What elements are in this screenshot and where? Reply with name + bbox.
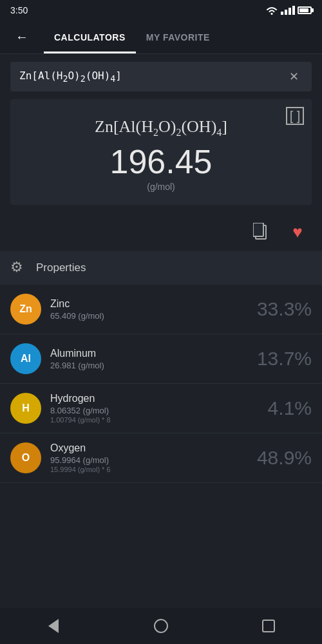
element-sub: 15.9994 (g/mol) * 6 bbox=[50, 466, 257, 473]
formula-unit: (g/mol) bbox=[21, 182, 301, 192]
element-mass: 95.9964 (g/mol) bbox=[50, 455, 257, 465]
search-clear-button[interactable]: ✕ bbox=[285, 68, 303, 85]
element-mass: 65.409 (g/mol) bbox=[50, 311, 257, 321]
element-info: Oxygen 95.9964 (g/mol) 15.9994 (g/mol) *… bbox=[41, 442, 257, 473]
back-button[interactable]: ← bbox=[10, 24, 33, 50]
element-badge: H bbox=[10, 393, 41, 424]
battery-icon bbox=[298, 6, 312, 14]
nav-tabs: CALCULATORS MY FAVORITE bbox=[44, 21, 312, 53]
expand-button[interactable]: [ ] bbox=[286, 107, 304, 125]
action-buttons: ♥ bbox=[0, 213, 322, 251]
formula-card: [ ] Zn[Al(H2O)2(OH)4] 196.45 (g/mol) bbox=[10, 99, 312, 205]
formula-text: Zn[Al(H2O)2(OH)4] bbox=[21, 117, 301, 138]
element-sub: 1.00794 (g/mol) * 8 bbox=[50, 416, 268, 424]
favorite-button[interactable]: ♥ bbox=[283, 218, 312, 246]
element-percent: 33.3% bbox=[257, 298, 312, 320]
element-row[interactable]: Al Aluminum 26.981 (g/mol) 13.7% bbox=[0, 334, 322, 384]
elements-list: Zn Zinc 65.409 (g/mol) 33.3% Al Aluminum… bbox=[0, 285, 322, 483]
element-info: Hydrogen 8.06352 (g/mol) 1.00794 (g/mol)… bbox=[41, 393, 268, 424]
svg-point-0 bbox=[271, 13, 273, 15]
status-bar: 3:50 bbox=[0, 0, 322, 21]
nav-recent-button[interactable] bbox=[249, 613, 288, 639]
element-name: Hydrogen bbox=[50, 393, 268, 404]
status-icons bbox=[265, 6, 312, 15]
tab-my-favorite[interactable]: MY FAVORITE bbox=[136, 21, 220, 53]
properties-header: ⚙ Properties bbox=[0, 251, 322, 285]
copy-icon bbox=[253, 223, 270, 241]
element-badge: O bbox=[10, 442, 41, 473]
recent-square-icon bbox=[262, 620, 275, 632]
element-badge: Al bbox=[10, 343, 41, 374]
bottom-nav bbox=[0, 608, 322, 644]
element-mass: 8.06352 (g/mol) bbox=[50, 406, 268, 415]
signal-icon bbox=[281, 6, 295, 15]
tab-calculators[interactable]: CALCULATORS bbox=[44, 21, 136, 53]
element-name: Zinc bbox=[50, 298, 257, 310]
formula-weight: 196.45 bbox=[21, 144, 301, 180]
element-info: Aluminum 26.981 (g/mol) bbox=[41, 348, 257, 370]
gear-icon: ⚙ bbox=[10, 259, 28, 277]
element-row[interactable]: O Oxygen 95.9964 (g/mol) 15.9994 (g/mol)… bbox=[0, 433, 322, 483]
search-input-value: Zn[Al(H2O)2(OH)4] bbox=[19, 70, 285, 84]
element-name: Aluminum bbox=[50, 348, 257, 359]
nav-home-button[interactable] bbox=[142, 613, 180, 639]
search-bar[interactable]: Zn[Al(H2O)2(OH)4] ✕ bbox=[10, 62, 312, 91]
element-mass: 26.981 (g/mol) bbox=[50, 361, 257, 370]
element-percent: 13.7% bbox=[257, 348, 312, 370]
element-name: Oxygen bbox=[50, 442, 257, 454]
home-circle-icon bbox=[154, 619, 168, 633]
top-nav: ← CALCULATORS MY FAVORITE bbox=[0, 21, 322, 54]
nav-back-button[interactable] bbox=[34, 613, 73, 639]
element-badge: Zn bbox=[10, 294, 41, 325]
element-row[interactable]: H Hydrogen 8.06352 (g/mol) 1.00794 (g/mo… bbox=[0, 384, 322, 433]
element-percent: 48.9% bbox=[257, 447, 312, 469]
svg-rect-2 bbox=[253, 223, 263, 236]
element-percent: 4.1% bbox=[268, 397, 312, 419]
wifi-icon bbox=[265, 6, 278, 15]
properties-title: Properties bbox=[36, 261, 86, 274]
back-triangle-icon bbox=[48, 619, 59, 633]
element-row[interactable]: Zn Zinc 65.409 (g/mol) 33.3% bbox=[0, 285, 322, 334]
formula-display: Zn[Al(H2O)2(OH)4] 196.45 (g/mol) bbox=[21, 109, 301, 194]
element-info: Zinc 65.409 (g/mol) bbox=[41, 298, 257, 321]
copy-button[interactable] bbox=[247, 218, 276, 246]
status-time: 3:50 bbox=[10, 5, 28, 15]
heart-icon: ♥ bbox=[292, 222, 302, 242]
